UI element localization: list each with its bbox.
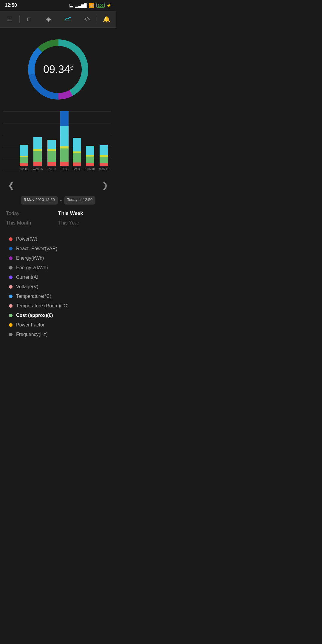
legend-voltage[interactable]: Voltage(V) xyxy=(9,282,107,292)
period-this-year[interactable]: This Year xyxy=(58,219,110,227)
bars-container: Tue 05 Wed 06 Thu xyxy=(17,111,111,171)
power-factor-dot xyxy=(9,323,13,327)
charging-icon: ⚡ xyxy=(106,3,112,8)
period-this-week[interactable]: This Week xyxy=(58,209,110,218)
chart-container: 2.50 2.00 1.50 1.00 0.50 0.00 xyxy=(0,108,116,194)
temperature-dot xyxy=(9,295,13,298)
period-this-month[interactable]: This Month xyxy=(6,219,58,227)
nav-menu[interactable]: ☰ xyxy=(0,13,19,25)
period-today[interactable]: Today xyxy=(6,209,58,218)
bar-tue: Tue 05 xyxy=(19,145,29,171)
layers-icon: ◈ xyxy=(46,16,51,23)
legend-power-factor[interactable]: Power Factor xyxy=(9,320,107,330)
bluetooth-icon: ⬓ xyxy=(69,3,73,8)
chart-prev-arrow[interactable]: ❮ xyxy=(3,178,19,193)
date-range: 5 May 2020 12:50 - Today at 12:50 xyxy=(0,194,116,209)
bar-fri: Fri 08 xyxy=(60,111,69,171)
nav-bar: ☰ □ ◈ </> 🔔 xyxy=(0,11,116,28)
status-icons: ⬓ ▂▄▆█ 📶 100 ⚡ xyxy=(69,3,112,8)
menu-icon: ☰ xyxy=(7,16,12,23)
nav-box[interactable]: □ xyxy=(20,13,39,25)
status-bar: 12:50 ⬓ ▂▄▆█ 📶 100 ⚡ xyxy=(0,0,116,11)
donut-value: 09.34€ xyxy=(43,63,73,76)
react-power-dot xyxy=(9,247,13,250)
cost-dot xyxy=(9,314,13,317)
chart-icon xyxy=(64,16,71,23)
bell-icon: 🔔 xyxy=(103,16,110,23)
date-to: Today at 12:50 xyxy=(64,196,95,205)
legend-react-power[interactable]: React. Power(VAR) xyxy=(9,244,107,253)
nav-code[interactable]: </> xyxy=(78,14,97,24)
temp-room-dot xyxy=(9,304,13,308)
box-icon: □ xyxy=(27,16,31,23)
legend-temp-room[interactable]: Temperature (Room)(°C) xyxy=(9,301,107,311)
nav-chart[interactable] xyxy=(58,13,78,25)
status-time: 12:50 xyxy=(5,3,17,8)
legend-power-w[interactable]: Power(W) xyxy=(9,234,107,244)
seg-red xyxy=(20,163,28,166)
legend-list: Power(W) React. Power(VAR) Energy(kWh) E… xyxy=(0,232,116,342)
nav-bell[interactable]: 🔔 xyxy=(97,13,116,25)
legend-energy-kwh[interactable]: Energy(kWh) xyxy=(9,253,107,263)
legend-current[interactable]: Current(A) xyxy=(9,273,107,282)
legend-energy2-kwh[interactable]: Energy 2(kWh) xyxy=(9,263,107,273)
bar-mon: Mon 11 xyxy=(99,145,109,171)
date-separator: - xyxy=(60,196,62,205)
current-dot xyxy=(9,275,13,279)
seg-green xyxy=(20,157,28,163)
frequency-dot xyxy=(9,333,13,336)
energy2-kwh-dot xyxy=(9,266,13,270)
wifi-icon: 📶 xyxy=(89,3,95,8)
chart-nav: ❮ ❯ xyxy=(3,177,113,194)
legend-temperature[interactable]: Temperature(°C) xyxy=(9,292,107,301)
chart-next-arrow[interactable]: ❯ xyxy=(97,178,113,193)
seg-teal xyxy=(20,145,28,156)
signal-icon: ▂▄▆█ xyxy=(75,3,86,8)
voltage-dot xyxy=(9,285,13,289)
legend-frequency[interactable]: Frequency(Hz) xyxy=(9,330,107,339)
bar-thu: Thu 07 xyxy=(47,140,56,171)
donut-chart: 09.34€ xyxy=(0,28,116,108)
bar-wed: Wed 06 xyxy=(32,137,43,171)
period-selector: Today This Week This Month This Year xyxy=(0,209,116,232)
bar-sat: Sat 09 xyxy=(73,138,81,171)
energy-kwh-dot xyxy=(9,256,13,260)
bar-sun: Sun 10 xyxy=(85,146,95,171)
power-w-dot xyxy=(9,237,13,241)
legend-cost[interactable]: Cost (approx)(€) xyxy=(9,311,107,320)
nav-layers[interactable]: ◈ xyxy=(39,13,58,25)
date-from: 5 May 2020 12:50 xyxy=(21,196,58,205)
battery-indicator: 100 xyxy=(96,3,105,8)
code-icon: </> xyxy=(84,17,90,21)
